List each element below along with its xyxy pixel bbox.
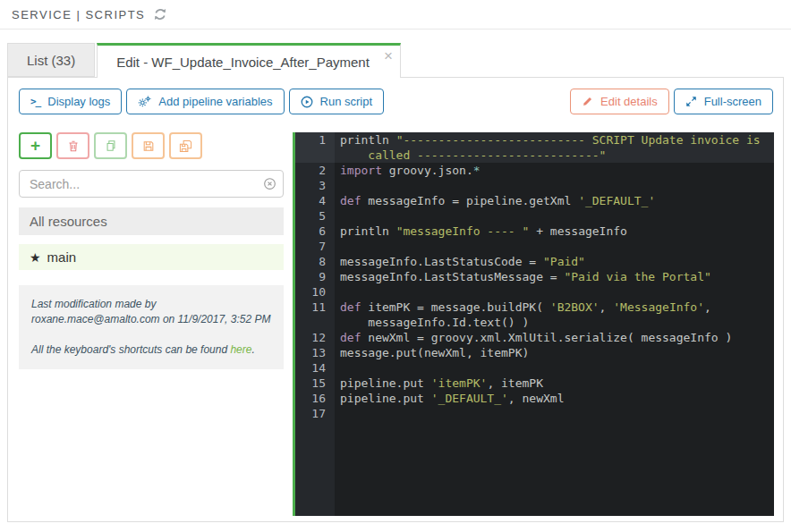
line-number: 10 — [295, 284, 335, 300]
right-button-group: Edit details Full-screen — [570, 89, 773, 114]
info-panel: Last modification made by roxane.mace@am… — [19, 285, 284, 369]
code-line: 14 — [295, 360, 774, 376]
add-resource-button[interactable]: + — [19, 132, 52, 159]
edit-details-button[interactable]: Edit details — [570, 89, 669, 114]
all-resources-header[interactable]: All resources — [19, 207, 284, 235]
star-icon: ★ — [30, 250, 41, 265]
code-line: 11def itemPK = message.buildPK( 'B2BOX',… — [295, 300, 774, 315]
line-number: 13 — [295, 345, 335, 360]
add-pipeline-variables-button[interactable]: Add pipeline variables — [126, 89, 284, 114]
line-number: 5 — [295, 208, 335, 224]
code-line: 13message.put(newXml, itemPK) — [295, 345, 774, 360]
code-line: called --------------------------" — [295, 148, 774, 163]
line-number: 4 — [295, 193, 335, 208]
code-line: 6println "messageInfo ---- " + messageIn… — [295, 224, 774, 239]
code-line: 4def messageInfo = pipeline.getXml '_DEF… — [295, 193, 774, 208]
refresh-icon[interactable] — [154, 8, 166, 21]
line-number: 9 — [295, 269, 335, 284]
tab-list-label: List (33) — [27, 53, 75, 68]
resource-sidebar: + — [19, 132, 284, 516]
code-line: 17 — [295, 406, 774, 421]
line-number: 17 — [295, 406, 335, 421]
line-number: 16 — [295, 391, 335, 406]
line-number — [295, 148, 335, 163]
duplicate-resource-button[interactable] — [94, 132, 127, 159]
clear-search-icon[interactable] — [263, 177, 276, 190]
tab-edit[interactable]: Edit - WF_Update_Invoice_After_Payment × — [97, 43, 401, 78]
code-line: 10 — [295, 284, 774, 300]
search-box — [19, 170, 284, 198]
action-toolbar: >_ Display logs Add pipeline variables — [8, 78, 783, 114]
gutter — [295, 421, 335, 516]
line-number: 8 — [295, 254, 335, 269]
gears-icon — [138, 96, 151, 108]
display-logs-button[interactable]: >_ Display logs — [19, 89, 122, 114]
save-resource-button[interactable] — [132, 132, 165, 159]
code-line: 16pipeline.put '_DEFAULT_', newXml — [295, 391, 774, 406]
shortcuts-text: All the keyboard's shortcuts can be foun… — [31, 342, 271, 358]
play-icon — [301, 96, 313, 108]
tab-list[interactable]: List (33) — [7, 43, 95, 77]
line-number: 6 — [295, 224, 335, 239]
line-number: 1 — [295, 132, 335, 148]
tab-edit-label: Edit - WF_Update_Invoice_After_Payment — [116, 55, 370, 70]
code-line: 2import groovy.json.* — [295, 163, 774, 178]
terminal-icon: >_ — [30, 96, 40, 107]
code-line: 1println "-------------------------- SCR… — [295, 132, 774, 148]
copy-icon — [105, 139, 117, 153]
breadcrumb: SERVICE | SCRIPTS — [0, 0, 791, 30]
code-line: 15pipeline.put 'itemPK', itemPK — [295, 376, 774, 391]
full-screen-button[interactable]: Full-screen — [674, 89, 773, 114]
plus-icon: + — [30, 137, 40, 154]
breadcrumb-label: SERVICE | SCRIPTS — [12, 8, 145, 21]
line-number: 14 — [295, 360, 335, 376]
run-script-button[interactable]: Run script — [289, 89, 385, 114]
code-line: 3 — [295, 178, 774, 193]
expand-arrows-icon — [685, 96, 697, 107]
save-all-icon — [179, 139, 192, 153]
code-line: 12def newXml = groovy.xml.XmlUtil.serial… — [295, 330, 774, 345]
code-line: 7 — [295, 239, 774, 254]
search-input[interactable] — [19, 170, 284, 198]
editor-empty-area — [295, 421, 774, 516]
trash-icon — [67, 139, 80, 153]
tab-bar: List (33) Edit - WF_Update_Invoice_After… — [7, 42, 791, 77]
code-line: 5 — [295, 208, 774, 224]
tab-content-panel: >_ Display logs Add pipeline variables — [7, 77, 784, 522]
code-line: 9messageInfo.LastStatusMessage = "Paid v… — [295, 269, 774, 284]
line-number: 15 — [295, 376, 335, 391]
line-number: 7 — [295, 239, 335, 254]
code-line: messageInfo.Id.text() ) — [295, 315, 774, 330]
delete-resource-button[interactable] — [56, 132, 89, 159]
code-line: 8messageInfo.LastStatusCode = "Paid" — [295, 254, 774, 269]
save-all-button[interactable] — [169, 132, 202, 159]
line-number — [295, 315, 335, 330]
line-number: 3 — [295, 178, 335, 193]
resource-toolbar: + — [19, 132, 284, 159]
close-icon[interactable]: × — [384, 48, 393, 63]
last-modification-text: Last modification made by roxane.mace@am… — [31, 297, 271, 328]
shortcuts-link[interactable]: here — [230, 343, 251, 356]
left-button-group: >_ Display logs Add pipeline variables — [19, 89, 384, 114]
line-number: 11 — [295, 300, 335, 315]
line-number: 12 — [295, 330, 335, 345]
line-number: 2 — [295, 163, 335, 178]
code-editor[interactable]: 1println "-------------------------- SCR… — [293, 132, 774, 516]
content-row: + — [19, 132, 774, 516]
resource-item-label: main — [47, 249, 77, 265]
save-icon — [142, 139, 155, 153]
pencil-icon — [582, 96, 593, 107]
resource-item-main[interactable]: ★ main — [19, 244, 284, 270]
